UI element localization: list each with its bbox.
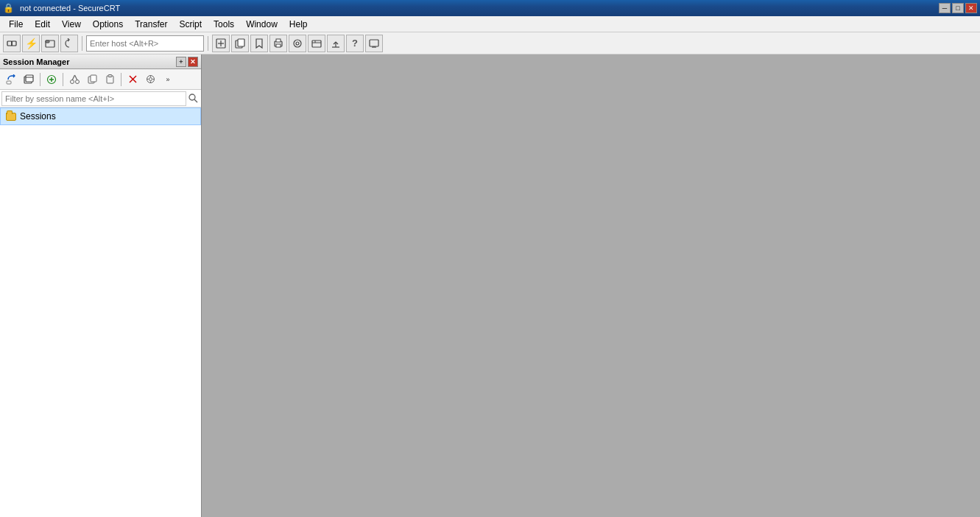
sm-connect-btn[interactable]	[3, 71, 19, 88]
sm-maximize-button[interactable]: +	[176, 57, 186, 67]
app-icon: 🔒	[3, 3, 14, 13]
svg-point-41	[149, 78, 152, 81]
session-tree: Sessions	[0, 108, 201, 517]
sm-newsession-btn[interactable]	[43, 71, 60, 88]
menu-options[interactable]: Options	[87, 18, 129, 31]
svg-line-47	[194, 99, 197, 102]
svg-rect-9	[238, 39, 244, 46]
title-text: not connected - SecureCRT	[17, 4, 120, 13]
svg-rect-37	[108, 75, 112, 77]
sm-newwindow-btn[interactable]	[21, 71, 37, 88]
sm-header: Session Manager + ✕	[0, 54, 201, 69]
sm-header-controls[interactable]: + ✕	[176, 57, 198, 67]
toolbar-session-options[interactable]	[289, 35, 306, 52]
svg-point-13	[294, 40, 301, 47]
svg-rect-12	[276, 44, 281, 47]
menu-bar: File Edit View Options Transfer Script T…	[0, 16, 980, 32]
workspace	[202, 54, 980, 517]
svg-rect-20	[370, 40, 378, 46]
toolbar-clone[interactable]	[231, 35, 249, 52]
svg-rect-1	[12, 41, 16, 46]
toolbar-connect-quick[interactable]	[3, 35, 21, 52]
toolbar-reconnect[interactable]	[60, 35, 78, 52]
folder-icon	[5, 110, 17, 122]
sm-tb-sep1	[40, 73, 40, 86]
menu-window[interactable]: Window	[240, 18, 283, 31]
main-toolbar: ⚡	[0, 32, 980, 54]
close-button[interactable]: ✕	[965, 3, 977, 13]
menu-view[interactable]: View	[56, 18, 87, 31]
sm-filter-row	[0, 90, 201, 108]
svg-point-30	[70, 80, 74, 84]
toolbar-sftp[interactable]	[308, 35, 325, 52]
session-manager-panel: Session Manager + ✕	[0, 54, 202, 517]
toolbar-bookmark[interactable]	[250, 35, 268, 52]
title-controls[interactable]: ─ □ ✕	[939, 3, 977, 13]
toolbar-lightning[interactable]: ⚡	[22, 35, 40, 52]
svg-line-33	[74, 75, 77, 80]
sm-tb-sep3	[121, 73, 121, 86]
svg-line-32	[72, 75, 75, 80]
title-bar: 🔒 not connected - SecureCRT ─ □ ✕	[0, 0, 980, 16]
svg-rect-15	[312, 41, 321, 47]
toolbar-upload[interactable]	[327, 35, 345, 52]
sessions-folder[interactable]: Sessions	[0, 108, 201, 125]
toolbar-sep-2	[208, 36, 208, 51]
session-filter-input[interactable]	[1, 91, 186, 106]
sm-tb-sep2	[63, 73, 63, 86]
toolbar-sep-1	[82, 36, 82, 51]
sm-title: Session Manager	[3, 57, 69, 66]
toolbar-new-session-icon[interactable]	[212, 35, 230, 52]
svg-point-46	[189, 94, 195, 100]
sessions-label: Sessions	[20, 111, 56, 122]
svg-rect-23	[7, 81, 11, 84]
svg-point-14	[296, 42, 299, 45]
search-icon[interactable]	[186, 92, 200, 105]
svg-rect-35	[91, 75, 96, 82]
menu-help[interactable]: Help	[283, 18, 314, 31]
sm-cut-btn[interactable]	[66, 71, 82, 88]
sm-more-btn[interactable]: »	[160, 71, 176, 88]
sm-properties-btn[interactable]	[142, 71, 158, 88]
sm-copy-btn[interactable]	[84, 71, 100, 88]
menu-file[interactable]: File	[3, 18, 29, 31]
svg-point-31	[75, 80, 79, 84]
title-left: 🔒 not connected - SecureCRT	[3, 3, 120, 13]
svg-rect-4	[46, 41, 49, 43]
menu-edit[interactable]: Edit	[29, 18, 56, 31]
minimize-button[interactable]: ─	[939, 3, 951, 13]
main-area: Session Manager + ✕	[0, 54, 980, 517]
svg-rect-0	[7, 41, 12, 46]
sm-header-left: Session Manager	[3, 57, 69, 66]
toolbar-help[interactable]: ?	[346, 35, 364, 52]
host-input[interactable]	[86, 35, 204, 52]
menu-script[interactable]: Script	[173, 18, 208, 31]
sm-close-button[interactable]: ✕	[188, 57, 198, 67]
menu-tools[interactable]: Tools	[208, 18, 240, 31]
sm-delete-btn[interactable]	[124, 71, 141, 88]
menu-transfer[interactable]: Transfer	[129, 18, 173, 31]
toolbar-new-tab[interactable]	[41, 35, 59, 52]
toolbar-remote[interactable]	[365, 35, 383, 52]
maximize-button[interactable]: □	[952, 3, 964, 13]
svg-rect-11	[276, 39, 281, 42]
sm-toolbar: »	[0, 69, 201, 90]
toolbar-print[interactable]	[269, 35, 287, 52]
svg-rect-25	[26, 75, 33, 82]
sm-paste-btn[interactable]	[102, 71, 118, 88]
